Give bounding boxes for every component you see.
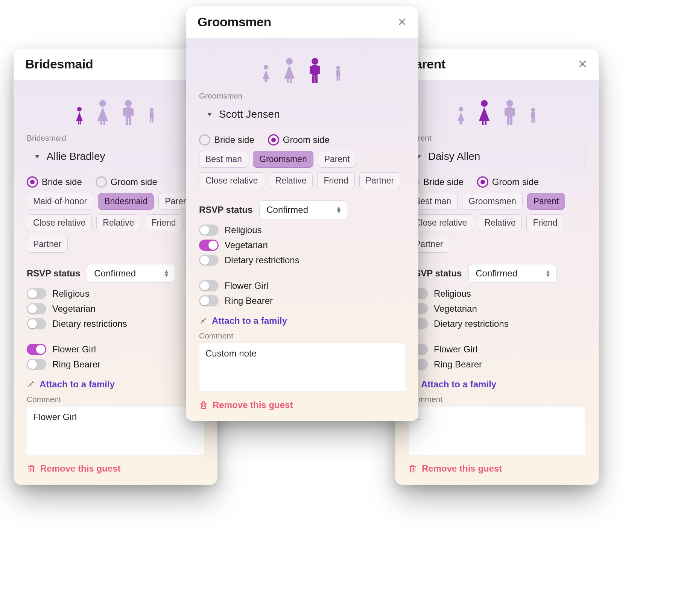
role-chip[interactable]: Friend — [145, 214, 182, 231]
role-chip[interactable]: Partner — [359, 172, 400, 189]
pin-icon — [199, 316, 207, 326]
card-header: Groomsmen ✕ — [186, 6, 418, 38]
comment-input[interactable]: ... — [408, 406, 586, 455]
role-chip[interactable]: Relative — [478, 214, 522, 231]
toggle-religious[interactable] — [27, 288, 46, 299]
svg-rect-47 — [310, 66, 312, 74]
attach-family-button[interactable]: Attach to a family — [27, 379, 204, 390]
svg-rect-41 — [287, 79, 289, 83]
remove-guest-button[interactable]: Remove this guest — [199, 400, 405, 410]
side-radio-group: Bride side Groom side — [199, 134, 405, 146]
svg-point-32 — [531, 108, 535, 112]
svg-rect-30 — [505, 108, 507, 116]
svg-rect-51 — [337, 76, 338, 81]
girl-icon[interactable] — [73, 100, 86, 127]
svg-point-26 — [506, 100, 513, 107]
svg-rect-25 — [485, 121, 486, 125]
remove-guest-button[interactable]: Remove this guest — [27, 463, 204, 474]
role-chip[interactable]: Groomsmen — [253, 151, 313, 168]
svg-rect-34 — [532, 118, 533, 123]
rsvp-select[interactable]: Confirmed▲▼ — [87, 264, 175, 283]
card-header: Parent ✕ — [395, 49, 599, 80]
radio-bride-side[interactable]: Bride side — [27, 176, 82, 188]
role-chips: Best manGroomsmenParentClose relativeRel… — [199, 151, 405, 189]
woman-icon[interactable] — [94, 100, 112, 127]
guest-name-field[interactable]: ▼ Daisy Allen — [408, 145, 586, 168]
attach-family-button[interactable]: Attach to a family — [408, 379, 586, 390]
girl-icon[interactable] — [259, 58, 273, 85]
svg-rect-45 — [312, 76, 315, 83]
role-chip[interactable]: Parent — [527, 193, 566, 210]
woman-icon[interactable] — [475, 100, 493, 127]
svg-point-23 — [481, 100, 488, 107]
attach-family-button[interactable]: Attach to a family — [199, 316, 405, 326]
radio-groom-side[interactable]: Groom side — [477, 176, 539, 188]
svg-rect-33 — [531, 112, 535, 118]
svg-rect-13 — [150, 112, 154, 118]
toggle-flowergirl[interactable] — [27, 344, 46, 355]
woman-icon[interactable] — [280, 58, 298, 85]
role-chip[interactable]: Friend — [317, 172, 354, 189]
svg-rect-31 — [513, 108, 515, 116]
guest-name-field[interactable]: ▼ Scott Jensen — [199, 103, 405, 126]
guest-name: Daisy Allen — [428, 150, 480, 162]
toggle-dietary[interactable] — [199, 255, 219, 266]
toggle-religious[interactable] — [199, 225, 219, 236]
svg-rect-48 — [318, 66, 320, 74]
role-chip[interactable]: Friend — [526, 214, 564, 231]
toggle-flowergirl[interactable] — [199, 280, 219, 291]
radio-bride-side[interactable]: Bride side — [199, 134, 254, 146]
role-label: Groomsmen — [199, 91, 405, 100]
rsvp-label: RSVP status — [199, 205, 252, 215]
man-icon[interactable] — [119, 100, 137, 127]
comment-input[interactable]: Flower Girl — [27, 406, 204, 455]
role-chip[interactable]: Partner — [27, 236, 68, 253]
guest-name-field[interactable]: ▼ Allie Bradley — [27, 145, 204, 168]
boy-icon[interactable] — [331, 58, 345, 85]
role-chip[interactable]: Maid-of-honor — [27, 193, 93, 210]
man-icon[interactable] — [501, 100, 519, 127]
role-chip[interactable]: Close relative — [199, 172, 264, 189]
boy-icon[interactable] — [145, 100, 158, 127]
toggle-ringbearer[interactable] — [27, 359, 46, 370]
man-icon[interactable] — [306, 58, 324, 85]
role-chip[interactable]: Relative — [269, 172, 313, 189]
rsvp-select[interactable]: Confirmed▲▼ — [259, 200, 347, 219]
girl-icon[interactable] — [454, 100, 468, 127]
role-chip[interactable]: Groomsmen — [462, 193, 523, 210]
boy-icon[interactable] — [526, 100, 540, 127]
comment-label: Comment — [27, 395, 204, 404]
toggle-vegetarian[interactable] — [199, 240, 219, 251]
svg-point-6 — [125, 100, 132, 107]
trash-icon — [27, 464, 36, 473]
svg-rect-21 — [459, 121, 461, 124]
radio-groom-side[interactable]: Groom side — [96, 176, 157, 188]
rsvp-label: RSVP status — [27, 268, 80, 279]
svg-rect-7 — [125, 107, 131, 118]
svg-rect-5 — [103, 121, 105, 125]
toggle-vegetarian[interactable] — [27, 303, 46, 314]
role-chip[interactable]: Best man — [199, 151, 248, 168]
role-chip[interactable]: Parent — [318, 151, 356, 168]
remove-guest-button[interactable]: Remove this guest — [408, 463, 586, 474]
svg-rect-8 — [126, 118, 128, 125]
radio-groom-side[interactable]: Groom side — [268, 134, 330, 146]
svg-rect-19 — [29, 467, 33, 472]
svg-point-12 — [150, 108, 154, 112]
toggle-dietary[interactable] — [27, 318, 46, 329]
role-chip[interactable]: Close relative — [27, 214, 92, 231]
trash-icon — [408, 464, 417, 473]
role-chip[interactable]: Bridesmaid — [98, 193, 154, 210]
trash-icon — [199, 400, 208, 410]
role-label: Parent — [408, 134, 586, 143]
rsvp-select[interactable]: Confirmed▲▼ — [468, 264, 556, 283]
svg-point-0 — [77, 107, 82, 112]
close-icon[interactable]: ✕ — [578, 58, 587, 71]
pin-icon — [27, 379, 35, 390]
guest-card-parent: Parent ✕ Parent ▼ Daisy Allen Bride side… — [395, 48, 599, 485]
role-chip[interactable]: Relative — [96, 214, 140, 231]
toggle-ringbearer[interactable] — [199, 295, 219, 306]
sort-arrows-icon: ▲▼ — [336, 206, 342, 214]
close-icon[interactable]: ✕ — [397, 15, 407, 29]
comment-input[interactable]: Custom note — [199, 343, 405, 391]
